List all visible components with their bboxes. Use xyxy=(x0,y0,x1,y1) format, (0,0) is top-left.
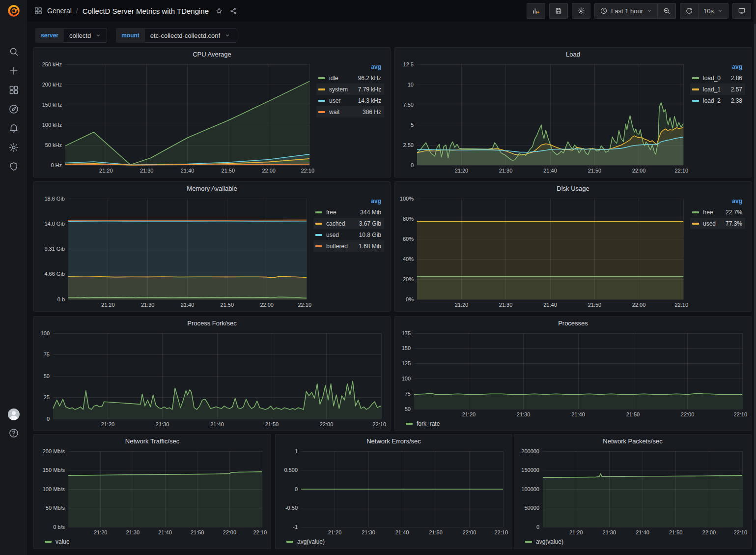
chart-process-fork[interactable]: 100755025021:2021:3021:4021:5022:0022:10 xyxy=(37,329,386,429)
chart-memory-available[interactable]: 18.6 Gib14.0 Gib9.31 Gib4.66 Gib0 b21:20… xyxy=(37,195,311,309)
panel-title[interactable]: Network Packets/sec xyxy=(514,435,751,447)
legend-header-avg[interactable]: avg xyxy=(371,198,381,204)
legend: avg idle96.2 kHz system7.79 kHz user14.3… xyxy=(314,60,386,175)
grafana-logo[interactable] xyxy=(6,3,21,18)
refresh-button[interactable] xyxy=(680,3,698,18)
panel-title[interactable]: Memory Available xyxy=(34,182,390,195)
chart-cpu-average[interactable]: 250 kHz200 kHz150 kHz100 kHz50 kHz0 Hz21… xyxy=(37,60,314,175)
legend-item-load_2[interactable]: load_22.38 xyxy=(690,95,745,106)
time-range-button[interactable]: Last 1 hour xyxy=(595,3,657,18)
legend-item-used[interactable]: used10.8 Gib xyxy=(313,229,384,240)
sidebar-nav xyxy=(0,46,27,172)
chart-network-traffic[interactable]: 200 Mb/s150 Mb/s100 Mb/s50 Mb/s0 b/s21:2… xyxy=(37,447,267,537)
chart-network-packets[interactable]: 20000015000010000050000021:2021:3021:402… xyxy=(517,447,747,537)
chart-processes[interactable]: 175150125100755021:2021:3021:4021:5022:0… xyxy=(398,329,747,419)
panel-title[interactable]: Network Traffic/sec xyxy=(34,435,271,447)
svg-text:22:10: 22:10 xyxy=(372,421,386,427)
sidebar-item-dashboards[interactable] xyxy=(8,85,19,95)
svg-text:21:50: 21:50 xyxy=(265,421,279,427)
sidebar-item-search[interactable] xyxy=(8,46,19,57)
save-dashboard-button[interactable] xyxy=(549,3,568,19)
panel-processes: Processes 175150125100755021:2021:3021:4… xyxy=(394,316,752,431)
panel-title[interactable]: Process Fork/sec xyxy=(34,317,390,329)
apps-icon xyxy=(34,6,43,15)
legend-swatch xyxy=(318,100,325,102)
breadcrumb-folder[interactable]: General xyxy=(47,7,72,15)
legend-header-avg[interactable]: avg xyxy=(371,63,381,70)
add-panel-icon xyxy=(532,7,540,15)
variable-label[interactable]: mount xyxy=(116,28,145,43)
svg-text:22:00: 22:00 xyxy=(320,421,334,427)
legend-item-free[interactable]: free344 Mib xyxy=(313,206,384,218)
svg-text:21:20: 21:20 xyxy=(94,529,108,535)
chart-disk-usage[interactable]: 100%80%60%40%20%0%21:2021:3021:4021:5022… xyxy=(398,195,688,309)
svg-text:21:20: 21:20 xyxy=(99,168,113,174)
legend-item-wait[interactable]: wait386 Hz xyxy=(316,106,384,117)
chart-svg: 200 Mb/s150 Mb/s100 Mb/s50 Mb/s0 b/s21:2… xyxy=(37,447,267,537)
legend-item-avg(value)[interactable]: avg(value) xyxy=(286,537,325,547)
svg-text:22:10: 22:10 xyxy=(494,529,508,535)
svg-text:21:20: 21:20 xyxy=(101,302,115,308)
svg-text:21:50: 21:50 xyxy=(588,168,602,174)
panel-title[interactable]: Disk Usage xyxy=(395,182,751,195)
legend-header-avg[interactable]: avg xyxy=(732,63,742,70)
bell-icon xyxy=(8,123,19,134)
add-panel-button[interactable] xyxy=(527,3,545,19)
avatar xyxy=(7,408,20,421)
sidebar-item-help[interactable] xyxy=(8,428,19,438)
svg-text:150 kHz: 150 kHz xyxy=(42,102,62,108)
caret-down-icon xyxy=(646,8,652,14)
panel-memory-available: Memory Available 18.6 Gib14.0 Gib9.31 Gi… xyxy=(33,181,391,312)
svg-text:22:10: 22:10 xyxy=(733,529,747,535)
svg-text:0: 0 xyxy=(295,486,298,492)
chart-network-errors[interactable]: 10.5000-0.50-121:2021:3021:4021:5022:002… xyxy=(279,447,508,537)
svg-text:21:30: 21:30 xyxy=(499,168,513,174)
svg-text:2.50: 2.50 xyxy=(403,142,414,148)
share-icon[interactable] xyxy=(229,7,237,15)
legend-item-avg(value)[interactable]: avg(value) xyxy=(525,537,563,547)
legend-item-load_0[interactable]: load_02.86 xyxy=(690,72,745,84)
legend-item-system[interactable]: system7.79 kHz xyxy=(316,84,384,95)
legend-swatch xyxy=(315,234,322,236)
zoom-out-icon xyxy=(663,7,671,15)
variable-value-dropdown[interactable]: etc-collectd-collectd.conf xyxy=(145,28,236,43)
chart-load[interactable]: 12.5107.5052.50021:2021:3021:4021:5022:0… xyxy=(398,60,688,175)
star-icon[interactable] xyxy=(215,7,223,15)
legend-item-user[interactable]: user14.3 kHz xyxy=(316,95,384,106)
svg-text:80%: 80% xyxy=(403,216,414,222)
variable-label[interactable]: server xyxy=(35,28,64,43)
legend-swatch xyxy=(692,77,699,79)
cycle-view-button[interactable] xyxy=(732,3,751,19)
legend-header-avg[interactable]: avg xyxy=(732,198,742,204)
svg-text:4.66 Gib: 4.66 Gib xyxy=(44,271,65,277)
refresh-interval-button[interactable]: 10s xyxy=(698,3,728,18)
legend-item-buffered[interactable]: buffered1.68 Mib xyxy=(313,240,384,252)
legend-item-value[interactable]: value xyxy=(45,537,70,547)
sidebar-item-create[interactable] xyxy=(8,65,19,76)
sidebar-item-explore[interactable] xyxy=(8,104,19,115)
panel-title[interactable]: CPU Average xyxy=(34,48,390,60)
legend-item-used[interactable]: used77.3% xyxy=(690,218,745,229)
panel-title[interactable]: Load xyxy=(395,48,751,60)
sidebar-item-admin[interactable] xyxy=(8,161,19,172)
legend-item-cached[interactable]: cached3.67 Gib xyxy=(313,218,384,229)
legend-item-free[interactable]: free22.7% xyxy=(690,206,745,218)
sidebar-item-profile[interactable] xyxy=(7,408,20,421)
legend-item-fork_rate[interactable]: fork_rate xyxy=(406,419,440,429)
panel-title[interactable]: Network Errors/sec xyxy=(276,435,512,447)
svg-text:21:40: 21:40 xyxy=(543,168,557,174)
svg-text:7.50: 7.50 xyxy=(403,102,414,108)
zoom-out-button[interactable] xyxy=(657,3,675,18)
sidebar-item-configuration[interactable] xyxy=(8,142,19,153)
sidebar-item-alerting[interactable] xyxy=(8,123,19,134)
scrollbar-thumb[interactable] xyxy=(754,24,756,520)
legend-item-load_1[interactable]: load_12.57 xyxy=(690,84,745,95)
legend-item-idle[interactable]: idle96.2 kHz xyxy=(316,72,384,84)
scrollbar[interactable] xyxy=(754,0,756,555)
legend-swatch xyxy=(315,211,322,213)
svg-text:22:00: 22:00 xyxy=(223,529,237,535)
variable-value-dropdown[interactable]: collectd xyxy=(64,28,107,43)
svg-text:21:20: 21:20 xyxy=(101,421,115,427)
dashboard-settings-button[interactable] xyxy=(572,3,590,19)
panel-title[interactable]: Processes xyxy=(395,317,751,329)
